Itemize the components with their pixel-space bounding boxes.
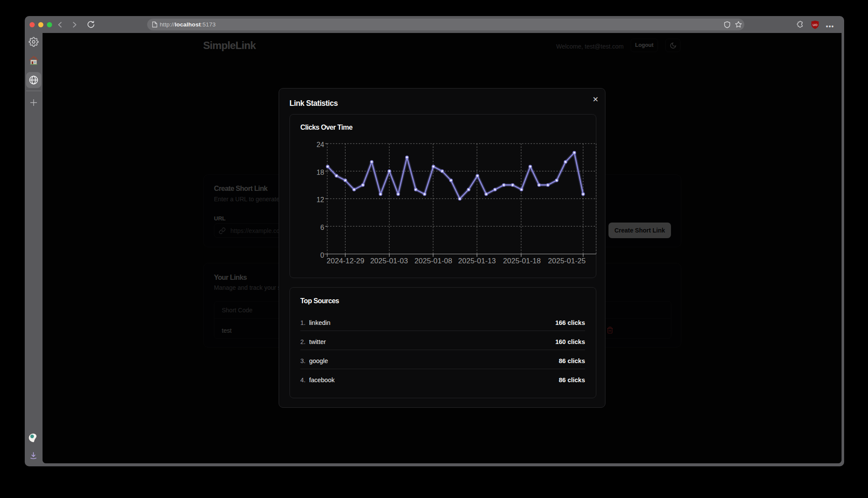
svg-text:2025-01-13: 2025-01-13 (458, 257, 496, 265)
svg-text:UO: UO (812, 23, 817, 27)
svg-text:12: 12 (316, 196, 324, 203)
svg-text:24: 24 (316, 141, 324, 148)
svg-text:2025-01-18: 2025-01-18 (503, 257, 541, 265)
svg-text:2025-01-03: 2025-01-03 (370, 257, 408, 265)
svg-text:2024-12-29: 2024-12-29 (327, 257, 365, 265)
svg-text:2025-01-25: 2025-01-25 (548, 257, 586, 265)
svg-text:2025-01-08: 2025-01-08 (414, 257, 452, 265)
svg-text:0: 0 (320, 252, 324, 259)
svg-text:18: 18 (316, 169, 324, 176)
svg-text:6: 6 (320, 224, 324, 231)
